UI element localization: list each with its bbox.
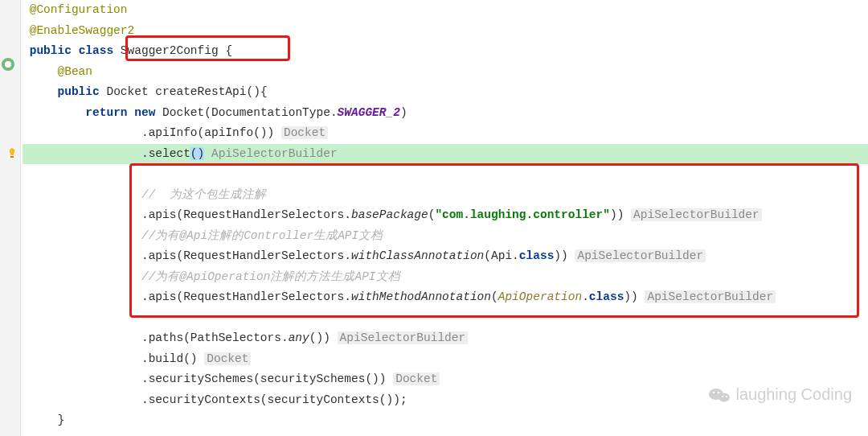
code-line: .paths(PathSelectors.any()) ApiSelectorB… (23, 328, 868, 349)
inlay-hint-asb: ApiSelectorBuilder (211, 147, 338, 160)
close2: )) (610, 208, 631, 221)
securityschemes-call: .securitySchemes(securitySchemes()) (141, 372, 393, 385)
code-line-blank (23, 308, 868, 329)
comment: //为有@ApiOperation注解的方法生成API文档 (141, 270, 400, 283)
code-line-highlighted: .select() ApiSelectorBuilder (23, 144, 868, 165)
paths-end: ()) (309, 331, 338, 344)
code-line: //为有@ApiOperation注解的方法生成API文档 (23, 267, 868, 288)
close2: )) (624, 290, 645, 303)
watermark: laughing Coding (708, 385, 852, 404)
svg-point-6 (718, 391, 719, 393)
parens: () (246, 85, 260, 98)
select-paren-close: ) (198, 147, 205, 160)
apioperation: ApiOperation (498, 290, 582, 303)
method-name: createRestApi (155, 85, 246, 98)
annotation-bean: @Bean (58, 65, 93, 78)
inlay-hint-asb: ApiSelectorBuilder (645, 290, 776, 303)
withclassannotation: withClassAnnotation (351, 249, 484, 262)
annotation-configuration: @Configuration (30, 3, 128, 16)
brace-open: { (225, 44, 232, 57)
brace-open: { (260, 85, 268, 98)
const-swagger2: SWAGGER_2 (338, 106, 400, 119)
code-line: .apiInfo(apiInfo()) Docket (23, 123, 868, 144)
securitycontexts-call: .securityContexts(securityContexts()); (141, 393, 407, 406)
build-call: .build() (141, 352, 204, 365)
inlay-hint-asb: ApiSelectorBuilder (338, 331, 469, 344)
basepackage: basePackage (351, 208, 428, 221)
close2: )) (554, 249, 575, 262)
code-line: @EnableSwagger2 (23, 21, 868, 42)
svg-point-8 (726, 396, 727, 397)
annotation-enableswagger2: @EnableSwagger2 (30, 24, 135, 37)
keyword-return: return (85, 106, 127, 119)
apiinfo-call: .apiInfo(apiInfo()) (141, 126, 281, 139)
svg-point-4 (719, 393, 730, 401)
class-name: Swagger2Config (113, 44, 225, 57)
code-line: //为有@Api注解的Controller生成API文档 (23, 226, 868, 247)
wechat-icon (708, 387, 731, 403)
inlay-hint-docket: Docket (204, 352, 251, 365)
string-package: "com.laughing.controller" (435, 208, 610, 221)
close-paren: ) (400, 106, 407, 119)
lightbulb-icon[interactable] (6, 147, 18, 158)
inlay-hint-docket: Docket (281, 126, 328, 139)
code-line-blank (23, 164, 868, 185)
apis-prefix: .apis(RequestHandlerSelectors. (141, 249, 351, 262)
code-line: @Configuration (23, 0, 868, 21)
dot: . (582, 290, 589, 303)
code-line: // 为这个包生成注解 (23, 185, 868, 206)
code-line: return new Docket(DocumentationType.SWAG… (23, 103, 868, 124)
apiop-open: ( (491, 290, 498, 303)
code-line: public Docket createRestApi(){ (23, 82, 868, 103)
watermark-text: laughing Coding (735, 385, 852, 404)
comment: //为有@Api注解的Controller生成API文档 (141, 229, 383, 242)
keyword-class: class (519, 249, 555, 262)
select-paren-open: ( (190, 147, 198, 160)
keyword-class: class (79, 44, 114, 57)
paths-call: .paths(PathSelectors. (141, 331, 289, 344)
select-call: .select (141, 147, 190, 160)
comment: // 为这个包生成注解 (141, 188, 266, 201)
return-type: Docket (106, 85, 148, 98)
keyword-public: public (58, 85, 100, 98)
svg-point-7 (722, 396, 723, 397)
code-line: .apis(RequestHandlerSelectors.withClassA… (23, 246, 868, 267)
any: any (289, 331, 309, 344)
svg-point-5 (713, 391, 714, 393)
apis-prefix: .apis(RequestHandlerSelectors. (141, 290, 351, 303)
api-class-open: (Api. (484, 249, 519, 262)
code-line: .build() Docket (23, 349, 868, 370)
code-editor[interactable]: @Configuration @EnableSwagger2 public cl… (0, 0, 868, 431)
withmethodannotation: withMethodAnnotation (351, 290, 491, 303)
apis-prefix: .apis(RequestHandlerSelectors. (141, 208, 351, 221)
inlay-hint-asb: ApiSelectorBuilder (631, 208, 762, 221)
code-line: } (23, 410, 868, 431)
inlay-hint-asb: ApiSelectorBuilder (575, 249, 706, 262)
keyword-new: new (134, 106, 155, 119)
code-line: @Bean (23, 62, 868, 83)
brace-close: } (58, 413, 65, 426)
keyword-class: class (589, 290, 624, 303)
code-line: .apis(RequestHandlerSelectors.basePackag… (23, 205, 868, 226)
docket-ctor: Docket(DocumentationType. (162, 106, 338, 119)
svg-rect-2 (10, 156, 14, 158)
keyword-public: public (30, 44, 72, 57)
inlay-hint-docket: Docket (393, 372, 440, 385)
code-line: public class Swagger2Config { (23, 41, 868, 62)
code-line: .apis(RequestHandlerSelectors.withMethod… (23, 287, 868, 308)
